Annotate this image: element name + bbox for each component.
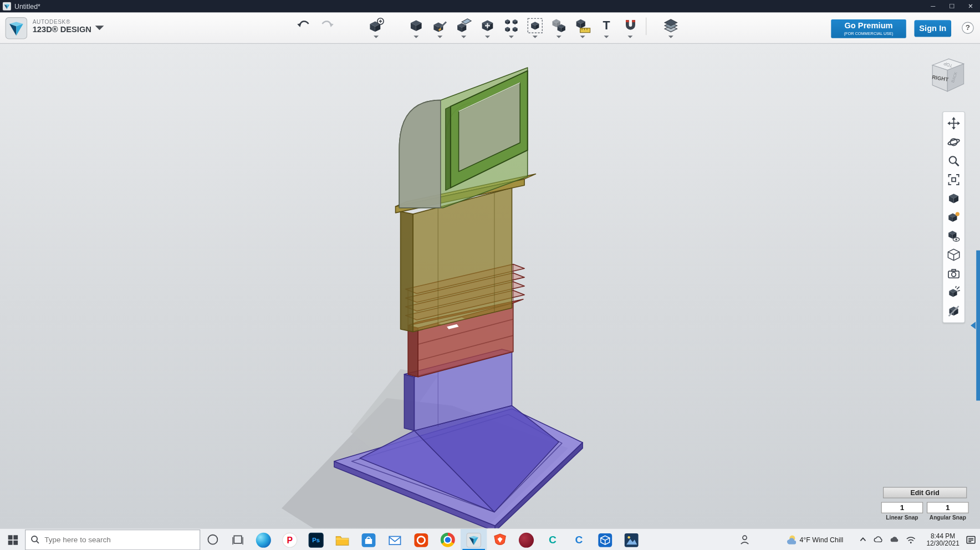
construct-dropdown-chevron-icon[interactable] [461,35,466,38]
minimize-button[interactable]: ─ [923,0,942,13]
grouping-icon [527,18,543,34]
taskbar-app-file-explorer[interactable] [329,529,355,550]
screenshot-tool[interactable] [943,264,964,283]
taskbar-app-store[interactable] [355,529,381,550]
taskbar-app-123d-design[interactable] [461,529,487,550]
transform-dropdown-chevron-icon[interactable] [374,35,379,38]
redo-button[interactable] [319,18,335,34]
construct-icon [456,18,472,34]
123d-design-icon [466,532,481,547]
modify-dropdown-chevron-icon[interactable] [485,35,490,38]
primitives-tool[interactable] [408,18,424,38]
material-tool[interactable] [663,18,679,38]
linear-snap-label: Linear Snap [881,515,923,521]
linear-snap-input[interactable]: 1 [881,502,923,513]
hide-show-tool[interactable] [943,302,964,320]
weather-tray-button[interactable] [873,534,883,544]
taskbar-app-photoshop[interactable]: Ps [303,529,329,550]
pattern-dropdown-chevron-icon[interactable] [509,35,514,38]
viewcube[interactable]: RIGHT TOP BACK [925,54,970,99]
weather-text: 4°F Wind Chill [799,536,843,543]
material-dropdown-chevron-icon[interactable] [668,35,673,38]
modify-tool[interactable] [479,18,496,38]
taskbar-app-photos[interactable] [618,529,644,550]
text-dropdown-chevron-icon[interactable] [604,35,609,38]
pattern-tool[interactable] [503,18,519,38]
cortana-icon [207,533,220,546]
sketch-dropdown-chevron-icon[interactable] [437,35,442,38]
grouping-tool[interactable] [527,18,543,38]
maximize-button[interactable]: ☐ [942,0,961,13]
search-input[interactable] [44,535,182,544]
viewport-canvas[interactable] [0,44,980,528]
taskbar-app-chrome[interactable] [435,529,461,550]
undo-button[interactable] [295,18,312,34]
snap-dropdown-chevron-icon[interactable] [627,35,632,38]
brand-text: AUTODESK® 123D® DESIGN [33,18,91,33]
measure-tool[interactable] [574,18,590,38]
taskbar-app-orange[interactable] [408,529,434,550]
hidden-icons-button[interactable] [860,536,867,543]
sign-in-button[interactable]: Sign In [914,20,951,37]
material-view-tool[interactable] [943,208,964,227]
sketch-icon [432,18,448,34]
onedrive-button[interactable] [890,534,900,544]
wireframe-tool[interactable] [943,246,964,264]
zoom-extents-tool[interactable] [943,170,964,189]
visibility-tool[interactable] [943,227,964,246]
cloud-icon [873,534,883,544]
taskbar-app-maroon[interactable] [513,529,539,550]
start-button[interactable] [0,528,25,550]
magnifier-icon [947,154,961,168]
people-button[interactable] [739,534,750,545]
primitives-dropdown-chevron-icon[interactable] [414,35,418,38]
transform-tool[interactable] [368,18,384,38]
photoshop-icon: Ps [309,532,324,547]
viewport[interactable]: RIGHT TOP BACK [0,44,980,528]
network-button[interactable] [906,535,916,544]
taskbar-app-teal[interactable]: C [539,529,565,550]
measure-dropdown-chevron-icon[interactable] [580,35,585,38]
combine-tool[interactable] [551,18,567,38]
edit-grid-button[interactable]: Edit Grid [883,487,967,498]
weather-widget[interactable]: 4°F Wind Chill [785,534,843,545]
view-mode-tool[interactable] [943,189,964,208]
transform-icon [368,18,384,34]
task-view-button[interactable] [225,528,250,550]
taskbar-app-cube[interactable] [592,529,618,550]
taskbar-search[interactable] [25,529,200,550]
primitives-icon [408,18,424,34]
action-center-icon [966,534,976,545]
grouping-dropdown-chevron-icon[interactable] [533,35,538,38]
action-center-button[interactable] [966,534,976,545]
taskbar-app-pinterest[interactable]: P [277,529,303,550]
text-tool[interactable]: T [598,18,614,38]
isolate-tool[interactable] [943,283,964,302]
zoom-tool[interactable] [943,151,964,170]
red-shield-icon [493,532,508,547]
cortana-button[interactable] [200,528,225,550]
help-button[interactable]: ? [962,22,973,34]
tool-strip: T [295,18,679,38]
close-button[interactable]: ✕ [961,0,980,13]
titlebar: Untitled* ─ ☐ ✕ [0,0,980,13]
clock[interactable]: 8:44 PM 12/30/2021 [926,532,959,547]
angular-snap-input[interactable]: 1 [927,502,969,513]
taskbar-app-edge[interactable] [251,529,277,550]
taskbar-app-blue[interactable]: C [566,529,592,550]
sketch-tool[interactable] [432,18,448,38]
taskbar-app-mail[interactable] [382,529,408,550]
move-view-tool[interactable] [943,114,964,133]
snap-tool[interactable] [622,18,638,38]
go-premium-button[interactable]: Go Premium (FOR COMMERCIAL USE) [831,19,906,38]
app-menu-chevron-icon[interactable] [95,26,104,30]
side-panel-expand-arrow-icon[interactable] [971,322,976,329]
taskbar-app-red-shield[interactable] [487,529,513,550]
text-tool-icon: T [603,18,610,34]
combine-dropdown-chevron-icon[interactable] [557,35,562,38]
eye-cube-icon [947,229,961,243]
orbit-tool[interactable] [943,133,964,151]
edge-icon [256,532,271,547]
construct-tool[interactable] [456,18,472,38]
side-panel-scrollbar[interactable] [976,251,980,401]
